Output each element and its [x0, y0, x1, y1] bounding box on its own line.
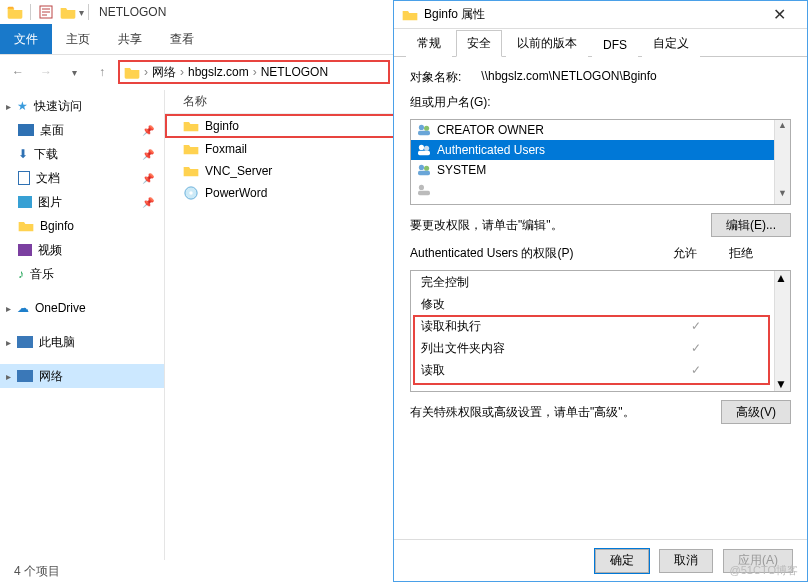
allow-check: ✓ [668, 319, 724, 333]
sidebar-item-desktop[interactable]: 桌面📌 [0, 118, 164, 142]
tab-general[interactable]: 常规 [406, 30, 452, 57]
qat-properties-icon[interactable] [35, 1, 57, 23]
ok-button[interactable]: 确定 [595, 549, 649, 573]
user-system[interactable]: SYSTEM [411, 160, 790, 180]
ribbon-tab-view[interactable]: 查看 [156, 24, 208, 54]
pin-icon: 📌 [142, 149, 154, 160]
ribbon-tab-share[interactable]: 共享 [104, 24, 156, 54]
downloads-icon: ⬇ [18, 147, 28, 161]
close-button[interactable]: ✕ [759, 5, 799, 24]
svg-point-2 [189, 191, 193, 195]
dialog-titlebar: Bginfo 属性 ✕ [394, 1, 807, 29]
perm-read[interactable]: 读取 ✓ [411, 359, 790, 381]
scrollbar[interactable]: ▲ ▼ [774, 120, 790, 204]
videos-icon [18, 244, 32, 256]
edit-button[interactable]: 编辑(E)... [711, 213, 791, 237]
crumb-network[interactable]: 网络 [152, 64, 176, 81]
users-listbox[interactable]: CREATOR OWNER Authenticated Users SYSTEM… [410, 119, 791, 205]
tab-previous-versions[interactable]: 以前的版本 [506, 30, 588, 57]
svg-point-12 [419, 185, 424, 190]
pin-icon: 📌 [142, 173, 154, 184]
advanced-button[interactable]: 高级(V) [721, 400, 791, 424]
star-icon: ★ [17, 99, 28, 113]
app-icon [183, 186, 199, 200]
object-name-row: 对象名称: \\hbgslz.com\NETLOGON\Bginfo [410, 69, 791, 86]
permissions-for-label: Authenticated Users 的权限(P) [410, 245, 657, 262]
crumb-domain[interactable]: hbgslz.com [188, 65, 249, 79]
forward-button[interactable]: → [34, 60, 58, 84]
permissions-listbox[interactable]: 完全控制 修改 读取和执行 ✓ 列出文件夹内容 ✓ 读取 ✓ [410, 270, 791, 392]
scroll-down-icon[interactable]: ▼ [775, 377, 790, 391]
perm-modify[interactable]: 修改 [411, 293, 790, 315]
user-more[interactable] [411, 180, 790, 200]
svg-rect-8 [418, 151, 430, 155]
ribbon-file[interactable]: 文件 [0, 24, 52, 54]
chevron-right-icon: ▸ [6, 303, 11, 314]
chevron-right-icon: ▸ [6, 337, 11, 348]
pin-icon: 📌 [142, 197, 154, 208]
app-icon [4, 1, 26, 23]
folder-icon [183, 119, 199, 133]
sidebar-item-downloads[interactable]: ⬇ 下载📌 [0, 142, 164, 166]
perm-list-contents[interactable]: 列出文件夹内容 ✓ [411, 337, 790, 359]
scroll-down-icon[interactable]: ▼ [775, 188, 790, 204]
perm-full-control[interactable]: 完全控制 [411, 271, 790, 293]
perm-read-execute[interactable]: 读取和执行 ✓ [411, 315, 790, 337]
crumb-folder[interactable]: NETLOGON [261, 65, 328, 79]
window-title: NETLOGON [99, 5, 166, 19]
group-users-label: 组或用户名(G): [410, 94, 791, 111]
scroll-up-icon[interactable]: ▲ [775, 271, 790, 285]
col-allow: 允许 [657, 245, 713, 262]
sidebar-item-videos[interactable]: 视频 [0, 238, 164, 262]
column-name[interactable]: 名称 [165, 93, 365, 110]
object-name-value: \\hbgslz.com\NETLOGON\Bginfo [481, 69, 656, 86]
svg-rect-11 [418, 171, 430, 175]
allow-check: ✓ [668, 363, 724, 377]
sidebar-item-documents[interactable]: 文档📌 [0, 166, 164, 190]
users-icon [417, 144, 431, 156]
music-icon: ♪ [18, 267, 24, 281]
sidebar-item-pictures[interactable]: 图片📌 [0, 190, 164, 214]
properties-dialog: Bginfo 属性 ✕ 常规 安全 以前的版本 DFS 自定义 对象名称: \\… [393, 0, 808, 582]
ribbon-tab-home[interactable]: 主页 [52, 24, 104, 54]
sidebar-onedrive[interactable]: ▸ ☁ OneDrive [0, 296, 164, 320]
back-button[interactable]: ← [6, 60, 30, 84]
onedrive-icon: ☁ [17, 301, 29, 315]
sidebar-item-bginfo[interactable]: Bginfo [0, 214, 164, 238]
user-authenticated-users[interactable]: Authenticated Users [411, 140, 790, 160]
allow-check: ✓ [668, 341, 724, 355]
folder-icon [183, 142, 199, 156]
edit-hint: 要更改权限，请单击"编辑"。 [410, 217, 563, 234]
svg-point-3 [419, 125, 424, 130]
qat-dropdown-icon[interactable]: ▾ [79, 7, 84, 18]
sidebar-network[interactable]: ▸ 网络 [0, 364, 164, 388]
svg-point-10 [424, 166, 429, 171]
svg-point-7 [424, 146, 429, 151]
tab-dfs[interactable]: DFS [592, 33, 638, 57]
folder-icon [183, 164, 199, 178]
chevron-right-icon: ▸ [6, 101, 11, 112]
navigation-pane: ▸ ★ 快速访问 桌面📌 ⬇ 下载📌 文档📌 图片📌 [0, 90, 165, 560]
users-icon [417, 184, 431, 196]
scrollbar[interactable]: ▲ ▼ [774, 271, 790, 391]
sidebar-quick-access[interactable]: ▸ ★ 快速访问 [0, 94, 164, 118]
pin-icon: 📌 [142, 125, 154, 136]
history-dropdown[interactable]: ▾ [62, 60, 86, 84]
dialog-title: Bginfo 属性 [424, 6, 485, 23]
qat-newfolder-icon[interactable] [57, 1, 79, 23]
col-deny: 拒绝 [713, 245, 769, 262]
up-button[interactable]: ↑ [90, 60, 114, 84]
sidebar-item-music[interactable]: ♪ 音乐 [0, 262, 164, 286]
scroll-up-icon[interactable]: ▲ [775, 120, 790, 136]
svg-rect-5 [418, 131, 430, 135]
address-bar[interactable]: › 网络 › hbgslz.com › NETLOGON [118, 60, 390, 84]
cancel-button[interactable]: 取消 [659, 549, 713, 573]
folder-icon [124, 65, 140, 79]
object-name-label: 对象名称: [410, 69, 461, 86]
documents-icon [18, 171, 30, 185]
desktop-icon [18, 124, 34, 136]
user-creator-owner[interactable]: CREATOR OWNER [411, 120, 790, 140]
tab-security[interactable]: 安全 [456, 30, 502, 57]
tab-customize[interactable]: 自定义 [642, 30, 700, 57]
sidebar-this-pc[interactable]: ▸ 此电脑 [0, 330, 164, 354]
